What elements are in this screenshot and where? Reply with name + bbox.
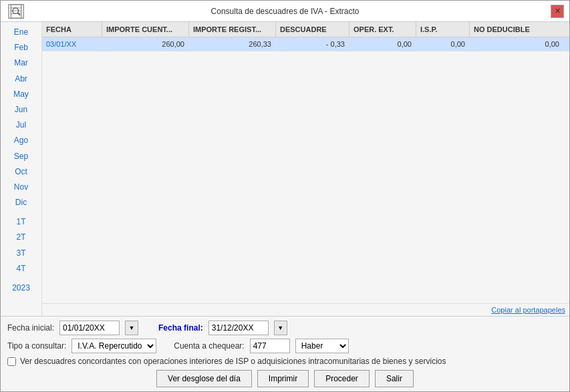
table-row[interactable]: 03/01/XX 260,00 260,33 - 0,33 0,00 0,00 …	[42, 37, 569, 51]
sidebar-item-2t[interactable]: 2T	[1, 230, 41, 245]
sidebar-item-abr[interactable]: Abr	[1, 71, 41, 87]
sidebar-item-ago[interactable]: Ago	[1, 133, 41, 148]
cuenta-label: Cuenta a chequear:	[174, 341, 244, 351]
table-header: FECHA IMPORTE CUENT... IMPORTE REGIST...…	[42, 22, 569, 37]
proceder-button[interactable]: Proceder	[314, 370, 370, 387]
cell-fecha: 03/01/XX	[42, 37, 102, 51]
fecha-final-label: Fecha final:	[158, 323, 203, 333]
fecha-final-dropdown[interactable]: ▼	[274, 321, 287, 335]
sidebar-item-1t[interactable]: 1T	[1, 214, 41, 230]
fecha-inicial-input[interactable]	[59, 321, 120, 335]
sidebar-item-may[interactable]: May	[1, 87, 41, 102]
button-row: Ver desglose del día Imprimir Proceder S…	[7, 370, 563, 387]
main-window: Consulta de descuadres de IVA - Extracto…	[0, 0, 570, 392]
table-body: 03/01/XX 260,00 260,33 - 0,33 0,00 0,00 …	[42, 37, 569, 303]
app-icon	[6, 2, 27, 21]
col-no-deducible: NO DEDUCIBLE	[470, 22, 563, 37]
sidebar-item-3t[interactable]: 3T	[1, 246, 41, 261]
sidebar-item-oct[interactable]: Oct	[1, 164, 41, 180]
cell-importe-registro: 260,33	[189, 37, 276, 51]
title-bar-left	[6, 2, 27, 21]
haber-select[interactable]: Haber Debe	[295, 339, 349, 353]
copy-link-bar: Copiar al portapapeles	[42, 303, 569, 316]
fecha-inicial-dropdown[interactable]: ▼	[125, 321, 138, 335]
col-fecha: FECHA	[42, 22, 102, 37]
tipo-label: Tipo a consultar:	[7, 341, 66, 351]
col-importe-registro: IMPORTE REGIST...	[189, 22, 276, 37]
sidebar-item-2023[interactable]: 2023	[1, 280, 41, 296]
sidebar-item-jul[interactable]: Jul	[1, 118, 41, 133]
bottom-panel: Fecha inicial: ▼ Fecha final: ▼ Tipo a c…	[1, 316, 569, 391]
copy-to-clipboard-link[interactable]: Copiar al portapapeles	[491, 306, 565, 314]
sidebar-item-4t[interactable]: 4T	[1, 261, 41, 276]
imprimir-button[interactable]: Imprimir	[257, 370, 309, 387]
cell-isp: 0,00	[416, 37, 470, 51]
col-descuadre: DESCUADRE	[276, 22, 349, 37]
isp-checkbox[interactable]	[7, 357, 16, 366]
main-content: Ene Feb Mar Abr May Jun Jul Ago Sep Oct …	[1, 22, 569, 316]
fecha-final-input[interactable]	[208, 321, 269, 335]
tipo-select[interactable]: I.V.A. Repercutido I.V.A. Soportado	[72, 339, 156, 353]
col-isp: I.S.P.	[416, 22, 470, 37]
checkbox-row: Ver descuadres concordantes con operacio…	[7, 357, 563, 366]
cell-oper-ext: 0,00	[349, 37, 416, 51]
fecha-inicial-label: Fecha inicial:	[7, 323, 54, 333]
sidebar-item-ene[interactable]: Ene	[1, 25, 41, 40]
ver-desglose-button[interactable]: Ver desglose del día	[156, 370, 252, 387]
sidebar: Ene Feb Mar Abr May Jun Jul Ago Sep Oct …	[1, 22, 42, 316]
cell-descuadre: - 0,33	[276, 37, 349, 51]
cell-no-deducible: 0,00	[470, 37, 563, 51]
form-row-dates: Fecha inicial: ▼ Fecha final: ▼	[7, 321, 563, 335]
sidebar-item-dic[interactable]: Dic	[1, 195, 41, 210]
sidebar-item-mar[interactable]: Mar	[1, 55, 41, 71]
sidebar-item-jun[interactable]: Jun	[1, 102, 41, 118]
title-bar: Consulta de descuadres de IVA - Extracto…	[1, 1, 569, 22]
salir-button[interactable]: Salir	[375, 370, 414, 387]
window-title: Consulta de descuadres de IVA - Extracto	[211, 7, 360, 16]
sidebar-item-sep[interactable]: Sep	[1, 149, 41, 164]
col-importe-cuenta: IMPORTE CUENT...	[102, 22, 189, 37]
col-oper-ext: OPER. EXT.	[349, 22, 416, 37]
sidebar-item-nov[interactable]: Nov	[1, 180, 41, 195]
cuenta-input[interactable]	[250, 339, 290, 353]
sidebar-item-feb[interactable]: Feb	[1, 40, 41, 55]
checkbox-label: Ver descuadres concordantes con operacio…	[20, 357, 446, 366]
form-row-tipo: Tipo a consultar: I.V.A. Repercutido I.V…	[7, 339, 563, 353]
cell-importe-cuenta: 260,00	[102, 37, 189, 51]
close-button[interactable]: ✕	[551, 5, 564, 18]
table-area: FECHA IMPORTE CUENT... IMPORTE REGIST...…	[42, 22, 569, 316]
